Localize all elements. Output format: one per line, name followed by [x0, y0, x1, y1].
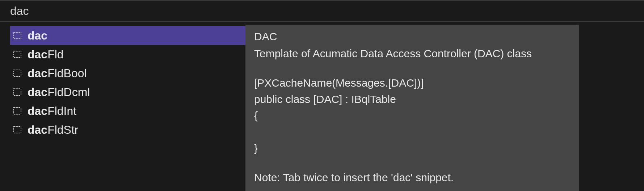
snippet-label: dacFldStr	[28, 123, 78, 137]
snippet-list: dac dacFld dacFldBool dacFldDcml	[10, 25, 245, 191]
snippet-item-dacfldbool[interactable]: dacFldBool	[10, 64, 245, 83]
snippet-item-dacflddcml[interactable]: dacFldDcml	[10, 83, 245, 101]
svg-rect-5	[14, 126, 21, 133]
snippet-label: dacFldInt	[28, 104, 76, 118]
snippet-label: dacFldBool	[28, 67, 87, 80]
snippet-icon	[13, 31, 22, 40]
description-subtitle: Template of Acumatic Data Access Control…	[254, 45, 570, 62]
search-input[interactable]: dac	[0, 1, 644, 22]
snippet-label: dac	[28, 29, 47, 42]
description-title: DAC	[254, 28, 570, 45]
svg-rect-3	[14, 89, 21, 95]
snippet-icon	[13, 88, 22, 96]
snippet-icon	[13, 125, 22, 134]
description-panel: DAC Template of Acumatic Data Access Con…	[245, 25, 579, 191]
snippet-item-dacfld[interactable]: dacFld	[10, 45, 245, 64]
svg-rect-4	[14, 108, 21, 114]
snippet-label: dacFld	[28, 48, 64, 61]
svg-rect-1	[14, 51, 21, 58]
description-code: [PXCacheName(Messages.[DAC])] public cla…	[254, 75, 570, 156]
description-note: Note: Tab twice to insert the 'dac' snip…	[254, 169, 570, 186]
snippet-icon	[13, 50, 22, 59]
snippet-item-dac[interactable]: dac	[10, 26, 245, 45]
snippet-item-dacfldstr[interactable]: dacFldStr	[10, 120, 245, 139]
snippet-icon	[13, 107, 22, 115]
svg-rect-2	[14, 70, 21, 76]
snippet-label: dacFldDcml	[28, 86, 90, 99]
snippet-icon	[13, 69, 22, 78]
svg-rect-0	[14, 32, 21, 39]
snippet-item-dacfldint[interactable]: dacFldInt	[10, 101, 245, 120]
intellisense-popup: dac dacFld dacFldBool dacFldDcml	[0, 22, 644, 191]
